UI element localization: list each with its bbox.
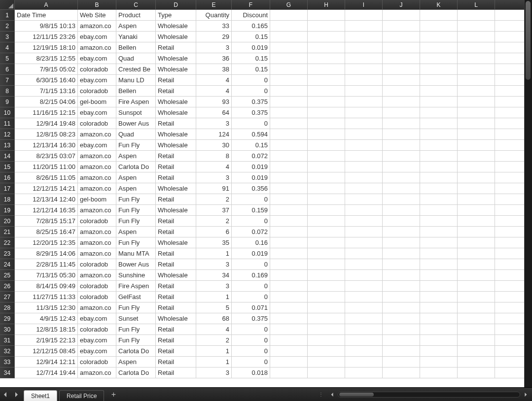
row-header-7[interactable]: 7 <box>0 75 14 86</box>
cell-G29[interactable] <box>270 313 308 324</box>
cell-L25[interactable] <box>458 270 495 280</box>
row-header-28[interactable]: 28 <box>0 302 14 313</box>
cell-A7[interactable]: 6/30/15 16:40 <box>15 75 78 85</box>
cell-B8[interactable]: coloradob <box>78 86 116 96</box>
row-header-32[interactable]: 32 <box>0 346 14 357</box>
cell-F7[interactable]: 0 <box>232 75 270 85</box>
cell-J6[interactable] <box>383 64 420 74</box>
cell-G16[interactable] <box>270 172 308 183</box>
cell-A8[interactable]: 7/1/15 13:16 <box>15 86 78 96</box>
cell-L12[interactable] <box>458 129 495 139</box>
select-all-corner[interactable] <box>0 0 15 10</box>
cell-B17[interactable]: amazon.co <box>78 183 116 194</box>
cell-D32[interactable]: Retail <box>156 346 196 356</box>
cell-G11[interactable] <box>270 118 308 129</box>
cell-D1[interactable]: Type <box>156 10 196 20</box>
cell-H23[interactable] <box>308 248 345 259</box>
cell-E23[interactable]: 1 <box>196 248 232 259</box>
cell-G6[interactable] <box>270 64 308 74</box>
cell-K30[interactable] <box>420 324 458 334</box>
cell-D8[interactable]: Retail <box>156 86 196 96</box>
cell-F26[interactable]: 0 <box>232 281 270 291</box>
add-sheet-button[interactable]: + <box>108 389 119 400</box>
cell-C26[interactable]: Fire Aspen <box>116 281 156 291</box>
cell-I19[interactable] <box>345 205 383 215</box>
cell-K34[interactable] <box>420 368 458 378</box>
cell-L27[interactable] <box>458 292 495 302</box>
cell-L16[interactable] <box>458 172 495 183</box>
cell-C11[interactable]: Bower Aus <box>116 118 156 129</box>
cell-A23[interactable]: 8/29/15 14:06 <box>15 248 78 259</box>
cell-A5[interactable]: 8/23/15 12:55 <box>15 53 78 64</box>
row-header-24[interactable]: 24 <box>0 259 14 270</box>
cell-J14[interactable] <box>383 151 420 161</box>
cell-F21[interactable]: 0.072 <box>232 227 270 237</box>
row-header-10[interactable]: 10 <box>0 107 14 118</box>
row-header-27[interactable]: 27 <box>0 292 14 302</box>
cell-G28[interactable] <box>270 302 308 313</box>
cell-C22[interactable]: Fun Fly <box>116 237 156 248</box>
cell-D2[interactable]: Wholesale <box>156 21 196 31</box>
cell-J26[interactable] <box>383 281 420 291</box>
cell-B19[interactable]: amazon.co <box>78 205 116 215</box>
cell-I22[interactable] <box>345 237 383 248</box>
cell-A11[interactable]: 12/9/14 19:48 <box>15 118 78 129</box>
cell-F24[interactable]: 0 <box>232 259 270 269</box>
cell-F27[interactable]: 0 <box>232 292 270 302</box>
vertical-scrollbar-track[interactable] <box>525 0 532 387</box>
cell-J20[interactable] <box>383 216 420 226</box>
cell-F8[interactable]: 0 <box>232 86 270 96</box>
cell-H14[interactable] <box>308 151 345 161</box>
cell-B23[interactable]: amazon.co <box>78 248 116 259</box>
cell-C7[interactable]: Manu LD <box>116 75 156 85</box>
cell-G21[interactable] <box>270 227 308 237</box>
cell-D16[interactable]: Retail <box>156 172 196 183</box>
cell-F18[interactable]: 0 <box>232 194 270 204</box>
cell-J32[interactable] <box>383 346 420 356</box>
cell-D33[interactable]: Retail <box>156 357 196 367</box>
cell-I24[interactable] <box>345 259 383 269</box>
cell-C16[interactable]: Aspen <box>116 172 156 183</box>
cell-E32[interactable]: 1 <box>196 346 232 356</box>
cell-B33[interactable]: coloradob <box>78 357 116 367</box>
cell-F19[interactable]: 0.159 <box>232 205 270 215</box>
cell-E29[interactable]: 68 <box>196 313 232 324</box>
horizontal-scrollbar-thumb[interactable] <box>339 393 374 397</box>
column-header-K[interactable]: K <box>420 0 458 9</box>
cell-K13[interactable] <box>420 140 458 150</box>
cell-C4[interactable]: Bellen <box>116 42 156 53</box>
cell-B26[interactable]: coloradob <box>78 281 116 291</box>
cell-H30[interactable] <box>308 324 345 334</box>
cell-B32[interactable]: ebay.com <box>78 346 116 356</box>
cell-G15[interactable] <box>270 162 308 172</box>
cell-I27[interactable] <box>345 292 383 302</box>
cell-J22[interactable] <box>383 237 420 248</box>
cell-J19[interactable] <box>383 205 420 215</box>
cell-K29[interactable] <box>420 313 458 324</box>
cell-B7[interactable]: ebay.com <box>78 75 116 85</box>
cell-J16[interactable] <box>383 172 420 183</box>
cell-E17[interactable]: 91 <box>196 183 232 194</box>
column-header-A[interactable]: A <box>15 0 78 9</box>
cell-K16[interactable] <box>420 172 458 183</box>
horizontal-scrollbar-track[interactable] <box>338 392 520 398</box>
cell-A15[interactable]: 11/20/15 11:00 <box>15 162 78 172</box>
cell-G22[interactable] <box>270 237 308 248</box>
tab-prev-button[interactable] <box>1 390 10 399</box>
cell-G7[interactable] <box>270 75 308 85</box>
cell-C17[interactable]: Aspen <box>116 183 156 194</box>
cell-I31[interactable] <box>345 335 383 345</box>
cell-H24[interactable] <box>308 259 345 269</box>
cell-D18[interactable]: Retail <box>156 194 196 204</box>
row-header-18[interactable]: 18 <box>0 194 14 205</box>
cell-I9[interactable] <box>345 97 383 107</box>
cell-K12[interactable] <box>420 129 458 139</box>
cell-J2[interactable] <box>383 21 420 31</box>
cell-L34[interactable] <box>458 368 495 378</box>
cell-J34[interactable] <box>383 368 420 378</box>
row-header-6[interactable]: 6 <box>0 64 14 75</box>
tab-next-button[interactable] <box>12 390 21 399</box>
cell-J29[interactable] <box>383 313 420 324</box>
cell-L33[interactable] <box>458 357 495 367</box>
row-header-29[interactable]: 29 <box>0 313 14 324</box>
